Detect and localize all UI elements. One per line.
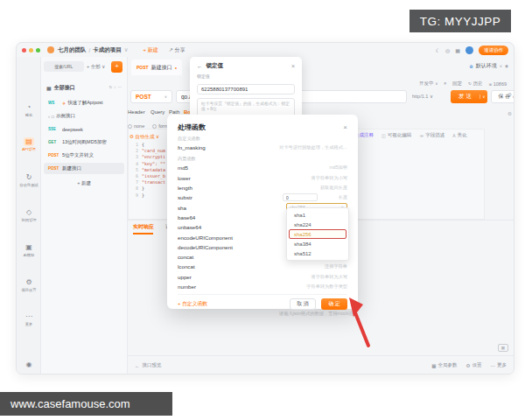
- gear-icon[interactable]: ⚙: [508, 92, 512, 97]
- substr-start-input[interactable]: [283, 193, 318, 201]
- api-list-item-selected[interactable]: POST 新建接口: [44, 163, 124, 174]
- new-project-button[interactable]: + 新建: [144, 46, 158, 54]
- dropdown-option[interactable]: sha1: [289, 210, 346, 220]
- keyboard-shortcuts-icon[interactable]: ▦: [498, 344, 508, 352]
- visual-edit-button[interactable]: ◫可视化编辑: [382, 132, 411, 138]
- eye-icon[interactable]: ◉: [505, 64, 508, 68]
- dropdown-option[interactable]: sha512: [289, 248, 346, 258]
- tab-header[interactable]: Header: [128, 109, 145, 115]
- close-icon[interactable]: ×: [291, 63, 295, 69]
- method-select[interactable]: POST ∨: [130, 90, 172, 103]
- rail-item-automation[interactable]: ↻ 自动化测试: [17, 167, 41, 188]
- breadcrumb-divider: /: [89, 47, 91, 53]
- open-api-tab[interactable]: POST 新建接口 ●: [131, 60, 182, 75]
- rail-item-help[interactable]: ◉: [17, 354, 41, 370]
- model-icon: ▣: [25, 243, 32, 252]
- filter-dropdown[interactable]: + 全部 ∨: [87, 64, 105, 70]
- function-row-substr[interactable]: substr 长度: [178, 192, 347, 202]
- minimize-window-icon[interactable]: [29, 48, 33, 52]
- add-custom-function-link[interactable]: + 自定义函数: [178, 300, 207, 308]
- function-row[interactable]: md5md5加密: [178, 163, 347, 172]
- overview-icon: ◔: [27, 103, 32, 112]
- automation-icon: ↻: [26, 173, 32, 182]
- theme-icon[interactable]: ☾: [436, 47, 440, 53]
- modal-title: 处理函数: [178, 122, 206, 132]
- auto-generate-link[interactable]: ⚙ 自动生成 ∨: [130, 134, 159, 140]
- api-list-item[interactable]: SSE deepseek: [44, 123, 124, 135]
- beautify-icon: A: [452, 133, 455, 138]
- request-row: POST ∨ http/1.1 ∨ 发 送 ∨ 保 存 ∨: [130, 90, 508, 103]
- close-icon[interactable]: ×: [343, 123, 347, 131]
- dropdown-option[interactable]: sha224: [289, 220, 346, 229]
- tab-realtime-response[interactable]: 实时响应: [133, 223, 154, 231]
- dropdown-option-selected[interactable]: sha256: [289, 229, 346, 239]
- chevron-down-icon: ∨: [164, 94, 167, 99]
- folder-item[interactable]: › □ 示例接口: [44, 110, 124, 122]
- function-row[interactable]: number字符串转为数字类型: [178, 282, 347, 291]
- invite-collaborate-button[interactable]: 邀请协作: [479, 46, 508, 55]
- pin-button[interactable]: 固定: [452, 80, 462, 87]
- app-window: 七月的团队 / 卡成的项目 ∨ + 新建 ↗ 分享 ☾ ◎ ▦ 邀请协作 ◔ 概…: [16, 42, 514, 374]
- back-arrow-icon[interactable]: ←: [197, 63, 203, 69]
- function-row[interactable]: upper将字符串转为大写: [178, 272, 347, 282]
- gear-icon[interactable]: ⚙: [508, 111, 512, 116]
- tg-watermark: TG: MYYJJPP: [410, 10, 511, 32]
- status-dropdown[interactable]: 开发中 ∨: [419, 80, 438, 87]
- share-button[interactable]: ↗ 分享: [169, 46, 186, 54]
- environment-selector[interactable]: ⊕ 默认环境 ∨ ◉: [469, 62, 508, 70]
- rail-item-api[interactable]: ▤ API管理: [17, 131, 41, 152]
- share-icon: ↗: [169, 47, 173, 52]
- tab-query[interactable]: Query: [150, 109, 164, 115]
- search-input[interactable]: [44, 61, 84, 72]
- rail-item-project-settings[interactable]: ⚙ 项目设置: [17, 272, 41, 293]
- team-avatar[interactable]: [47, 46, 54, 53]
- api-preview-toggle[interactable]: ←接口预览: [135, 362, 162, 368]
- send-button[interactable]: 发 送 ∨: [451, 90, 487, 103]
- project-name[interactable]: 卡成的项目: [93, 46, 122, 54]
- function-row[interactable]: lconcat连接字符串: [178, 262, 347, 271]
- chevron-down-icon: ∨: [500, 64, 502, 68]
- beautify-button[interactable]: A美化: [452, 132, 466, 138]
- rail-item-ai-model[interactable]: ▣ AI模型: [17, 237, 41, 258]
- user-avatar[interactable]: [466, 46, 473, 54]
- save-options-caret-icon: ∨: [512, 94, 514, 99]
- rail-item-overview[interactable]: ◔ 概览: [17, 97, 41, 118]
- radio-icon: [152, 124, 157, 129]
- grid-icon: ▦: [431, 363, 436, 368]
- sidebar: + 全部 ∨ + ▦ 全部接口 ↻↕⋯ WS ✈ 快速了解Apipost › □…: [41, 57, 128, 374]
- api-list-item[interactable]: WS ✈ 快速了解Apipost: [44, 97, 124, 108]
- rocket-icon: ✈: [62, 101, 66, 106]
- dropdown-option[interactable]: sha384: [289, 239, 346, 248]
- api-list-item[interactable]: POST 5位中文并转义: [44, 150, 124, 161]
- function-row[interactable]: lower将字符串转为小写: [178, 173, 347, 183]
- close-window-icon[interactable]: [22, 48, 26, 52]
- bottom-bar: ←接口预览 ▦全局参数 ⚙设置 ⋯更多: [128, 355, 514, 374]
- send-options-caret-icon[interactable]: ∨: [480, 94, 487, 99]
- field-description-button[interactable]: ≔字段描述: [419, 132, 444, 138]
- rail-item-team[interactable]: ◇ 协同管理: [17, 202, 41, 223]
- rail-item-more[interactable]: ⋯ 更多: [17, 306, 41, 327]
- apps-icon[interactable]: ▦: [455, 47, 460, 53]
- collection-header[interactable]: ▦ 全部接口: [46, 84, 75, 92]
- project-caret-icon[interactable]: ∨: [124, 46, 129, 53]
- cancel-button[interactable]: 取 消: [290, 298, 316, 310]
- team-name[interactable]: 七月的团队: [58, 46, 87, 54]
- collection-actions[interactable]: ↻↕⋯: [108, 85, 123, 89]
- lock-value-input[interactable]: [197, 84, 295, 94]
- protocol-select[interactable]: http/1.1 ∨: [412, 94, 433, 99]
- more-button[interactable]: ⋯更多: [491, 362, 508, 368]
- list-icon[interactable]: ≡: [444, 81, 446, 86]
- maximize-window-icon[interactable]: [36, 48, 40, 52]
- function-row[interactable]: fn_masking对卡号进行脱敏处理，生成格式…: [178, 143, 347, 152]
- new-api-link[interactable]: + 新建: [41, 180, 127, 186]
- radio-icon: [128, 124, 132, 129]
- popover-title: 锁定值: [206, 62, 224, 70]
- settings-button[interactable]: ⚙设置: [466, 362, 482, 368]
- notifications-icon[interactable]: ◎: [445, 47, 450, 53]
- function-row[interactable]: length获取返回长度: [178, 183, 347, 192]
- add-api-button[interactable]: +: [111, 61, 122, 73]
- history-button[interactable]: ↻ 历史: [468, 80, 482, 87]
- sha-options-dropdown: sha1 sha224 sha256 sha384 sha512: [286, 207, 349, 261]
- api-list-item[interactable]: GET 13位时间戳MD5加密: [44, 136, 124, 148]
- global-params-button[interactable]: ▦全局参数: [431, 362, 457, 368]
